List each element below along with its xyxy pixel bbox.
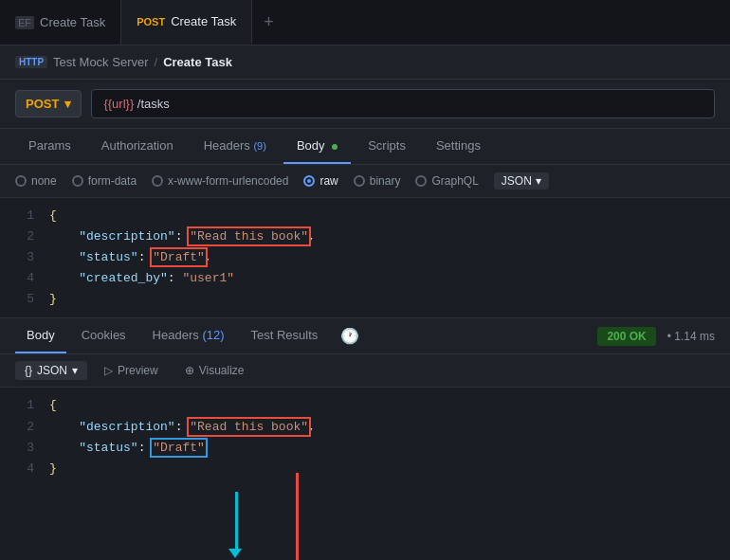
format-binary[interactable]: binary: [354, 174, 401, 188]
arrow-cyan-head: [228, 549, 242, 558]
resp-tab-test-results[interactable]: Test Results: [240, 318, 330, 353]
resp-json-chevron: ▾: [72, 364, 78, 377]
visualize-button[interactable]: ⊕ Visualize: [175, 361, 254, 380]
highlight-status-resp: "Draft": [153, 441, 205, 455]
code-editor-request[interactable]: 1 { 2 "description": "Read this book", 3…: [0, 198, 730, 317]
breadcrumb-separator: /: [155, 55, 158, 69]
resp-tab-body[interactable]: Body: [15, 318, 66, 353]
tab-settings[interactable]: Settings: [423, 129, 494, 164]
format-raw[interactable]: raw: [303, 174, 338, 188]
highlight-description-resp: "Read this book": [190, 420, 308, 434]
method-select[interactable]: POST ▾: [15, 90, 82, 117]
url-path: /tasks: [134, 97, 170, 111]
tab-label-1: Create Task: [40, 15, 105, 29]
history-icon[interactable]: 🕐: [340, 327, 359, 345]
resp-tab-headers[interactable]: Headers (12): [141, 318, 236, 353]
radio-binary: [354, 175, 365, 187]
breadcrumb: HTTP Test Mock Server / Create Task: [0, 45, 730, 80]
tab-params[interactable]: Params: [15, 129, 84, 164]
radio-form-data: [72, 175, 83, 187]
format-urlencoded[interactable]: x-www-form-urlencoded: [152, 174, 288, 188]
format-graphql[interactable]: GraphQL: [415, 174, 478, 188]
server-icon: HTTP: [15, 56, 47, 68]
tab-label-2: Create Task: [171, 14, 236, 28]
add-tab-button[interactable]: +: [252, 12, 285, 32]
resp-headers-badge: (12): [202, 328, 224, 342]
tab-authorization[interactable]: Authorization: [88, 129, 187, 164]
breadcrumb-parent[interactable]: Test Mock Server: [53, 55, 148, 69]
code-editor-response[interactable]: 1 { 2 "description": "Read this book", 3…: [0, 388, 730, 486]
tab-create-task-2[interactable]: POST Create Task: [121, 0, 252, 45]
headers-badge: (9): [253, 140, 265, 152]
url-input[interactable]: {{url}} /tasks: [91, 89, 715, 118]
arrow-red-line: [296, 473, 299, 560]
highlight-status-req: "Draft": [153, 250, 205, 264]
preview-play-icon: ▷: [104, 364, 113, 377]
preview-button[interactable]: ▷ Preview: [95, 361, 168, 380]
response-section: Body Cookies Headers (12) Test Results 🕐…: [0, 317, 730, 486]
table-row: 3 "status": "Draft",: [0, 247, 730, 268]
method-badge: POST: [137, 16, 165, 27]
json-chevron-icon: ▾: [536, 174, 541, 188]
time-badge: • 1.14 ms: [667, 330, 715, 343]
tab-scripts[interactable]: Scripts: [355, 129, 419, 164]
highlight-description-req: "Read this book": [190, 229, 308, 244]
tab-icon-1: EF: [15, 16, 34, 29]
method-label: POST: [26, 97, 59, 111]
table-row: 4 "created_by": "user1": [0, 268, 730, 289]
resp-json-button[interactable]: {} JSON ▾: [15, 361, 87, 380]
radio-none: [15, 175, 27, 187]
radio-graphql: [415, 175, 427, 187]
tab-headers[interactable]: Headers (9): [191, 129, 280, 164]
response-format-bar: {} JSON ▾ ▷ Preview ⊕ Visualize: [0, 354, 730, 388]
table-row: 5 }: [0, 289, 730, 310]
radio-raw: [303, 175, 315, 187]
format-none[interactable]: none: [15, 174, 57, 188]
request-body-editor: 1 { 2 "description": "Read this book", 3…: [0, 198, 730, 317]
breadcrumb-current: Create Task: [163, 55, 232, 69]
body-dot: [332, 144, 338, 150]
resp-json-icon: {}: [25, 364, 32, 377]
table-row: 4 }: [0, 459, 730, 479]
request-tabs: Params Authorization Headers (9) Body Sc…: [0, 129, 730, 165]
tab-body[interactable]: Body: [283, 129, 351, 164]
json-dropdown[interactable]: JSON ▾: [494, 172, 549, 190]
status-badge: 200 OK: [597, 327, 655, 346]
resp-tab-cookies[interactable]: Cookies: [70, 318, 137, 353]
tab-create-task-1[interactable]: EF Create Task: [0, 0, 121, 45]
visualize-icon: ⊕: [185, 364, 194, 377]
table-row: 1 {: [0, 206, 730, 226]
table-row: 3 "status": "Draft": [0, 438, 730, 459]
format-bar: none form-data x-www-form-urlencoded raw…: [0, 165, 730, 198]
format-form-data[interactable]: form-data: [72, 174, 137, 188]
radio-urlencoded: [152, 175, 163, 187]
table-row: 2 "description": "Read this book",: [0, 226, 730, 247]
arrow-cyan-line: [235, 492, 238, 553]
method-chevron-icon: ▾: [64, 97, 71, 111]
response-tabs: Body Cookies Headers (12) Test Results 🕐…: [0, 318, 730, 354]
url-variable: {{url}}: [103, 97, 134, 111]
tab-bar: EF Create Task POST Create Task +: [0, 0, 730, 45]
table-row: 1 {: [0, 395, 730, 416]
table-row: 2 "description": "Read this book",: [0, 417, 730, 438]
url-bar: POST ▾ {{url}} /tasks: [0, 80, 730, 129]
